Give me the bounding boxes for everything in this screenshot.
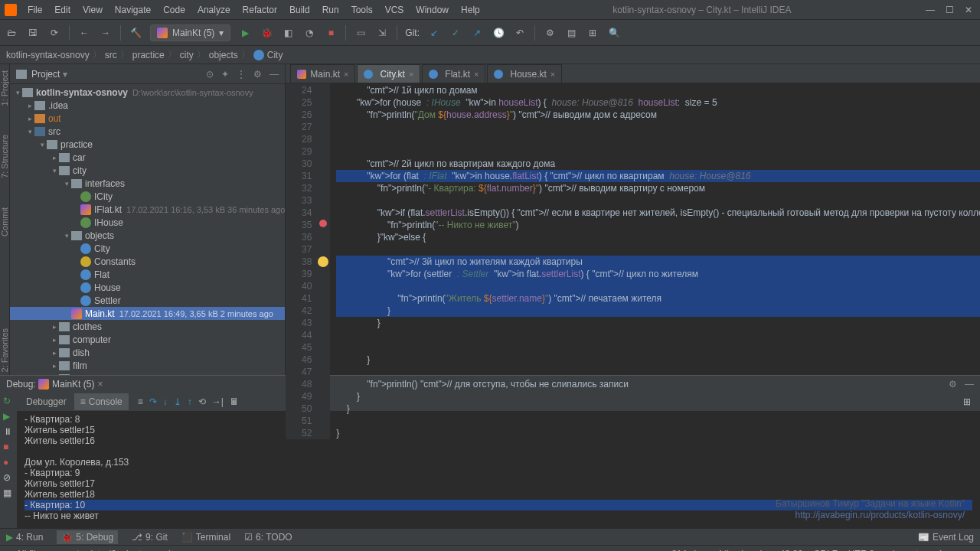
profile-icon[interactable]: ◔ <box>302 26 316 40</box>
tree-constants[interactable]: Constants <box>10 255 285 268</box>
crumb-1[interactable]: src <box>105 50 117 60</box>
menu-refactor[interactable]: Refactor <box>237 5 283 15</box>
tree-out[interactable]: ▸out <box>10 112 285 125</box>
tree-dish[interactable]: ▸dish <box>10 346 285 359</box>
status-pos[interactable]: 42:22 <box>780 549 803 552</box>
rerun-icon[interactable]: ↻ <box>3 396 14 406</box>
code-editor[interactable]: 2425262728293031323334353637383940414243… <box>286 83 980 439</box>
breakpoints-icon[interactable]: ● <box>3 457 14 468</box>
code-content[interactable]: "cmt">// 1й цикл по домам "kw">for (hous… <box>330 83 980 439</box>
tool-debug[interactable]: 🐞5: Debug <box>57 530 118 544</box>
structure-icon[interactable]: ▤ <box>564 26 578 40</box>
tool-terminal[interactable]: ⬛Terminal <box>181 532 230 543</box>
tab-console[interactable]: ≡Console <box>74 393 129 410</box>
tree-root[interactable]: ▾kotlin-syntax-osnovyD:\work\src\kotlin-… <box>10 86 285 99</box>
tool-favorites[interactable]: 2: Favorites <box>0 325 9 375</box>
maximize-icon[interactable]: ☐ <box>946 5 954 15</box>
tree-main[interactable]: Main.kt17.02.2021 16:49, 3,65 kB 2 minut… <box>10 307 285 320</box>
git-history-icon[interactable]: 🕓 <box>492 26 505 40</box>
git-commit-icon[interactable]: ✓ <box>449 26 462 40</box>
tree-practice[interactable]: ▾practice <box>10 138 285 151</box>
tree-car[interactable]: ▸car <box>10 151 285 164</box>
menu-help[interactable]: Help <box>455 5 486 15</box>
menu-navigate[interactable]: Navigate <box>109 5 157 15</box>
tab-main[interactable]: Main.kt× <box>290 64 355 83</box>
menu-build[interactable]: Build <box>283 5 316 15</box>
menu-analyze[interactable]: Analyze <box>191 5 237 15</box>
tree-src[interactable]: ▾src <box>10 125 285 138</box>
forward-icon[interactable]: → <box>99 26 113 40</box>
tool-commit[interactable]: Commit <box>0 204 9 240</box>
stop-icon[interactable]: ■ <box>3 442 14 452</box>
save-icon[interactable]: 🖫 <box>26 26 40 40</box>
status-branch[interactable]: ⎇ master <box>885 549 926 552</box>
search-icon[interactable]: 🔍 <box>607 26 621 40</box>
project-tree[interactable]: ▾kotlin-syntax-osnovyD:\work\src\kotlin-… <box>10 84 285 375</box>
close-icon[interactable]: × <box>474 70 479 79</box>
tree-settler[interactable]: Settler <box>10 294 285 307</box>
status-indent[interactable]: 4 spaces <box>937 549 974 552</box>
back-icon[interactable]: ← <box>77 26 91 40</box>
close-icon[interactable]: × <box>409 70 413 79</box>
layout-icon[interactable]: ▦ <box>3 487 14 498</box>
tree-city-class[interactable]: City <box>10 242 285 255</box>
project-header-label[interactable]: Project <box>31 69 60 80</box>
expand-icon[interactable]: ✦ <box>221 69 229 80</box>
minimize-icon[interactable]: — <box>926 5 935 15</box>
close-icon[interactable]: ✕ <box>965 5 972 15</box>
tree-interfaces[interactable]: ▾interfaces <box>10 177 285 190</box>
step-into-icon[interactable]: ↓ <box>163 396 168 407</box>
evaluate-icon[interactable]: 🖩 <box>230 396 239 407</box>
menu-file[interactable]: File <box>21 5 48 15</box>
run-config-select[interactable]: MainKt (5) ▾ <box>150 24 230 41</box>
tree-zadachi[interactable]: ▸kotlin.zadachi <box>10 372 285 375</box>
status-crlf[interactable]: CRLF <box>814 549 838 552</box>
menu-edit[interactable]: Edit <box>48 5 77 15</box>
crumb-0[interactable]: kotlin-syntax-osnovy <box>6 50 90 60</box>
close-icon[interactable]: × <box>97 379 103 390</box>
tool-todo[interactable]: ☑6: TODO <box>244 532 292 543</box>
sdk-icon[interactable]: ⊞ <box>586 26 599 40</box>
crumb-5[interactable]: City <box>267 50 283 60</box>
crumb-3[interactable]: city <box>180 50 194 60</box>
breakpoint-icon[interactable] <box>319 220 327 227</box>
debug-icon[interactable]: 🐞 <box>260 26 273 40</box>
step-over-icon[interactable]: ↷ <box>149 396 157 407</box>
gear-icon[interactable]: ⚙ <box>253 69 262 80</box>
step-out-icon[interactable]: ↑ <box>188 396 192 407</box>
collapse-icon[interactable]: ⋮ <box>237 69 246 80</box>
drop-frame-icon[interactable]: ⟲ <box>198 396 206 407</box>
tree-film[interactable]: ▸film <box>10 359 285 372</box>
git-push-icon[interactable]: ↗ <box>470 26 484 40</box>
chevron-down-icon[interactable]: ▾ <box>63 69 67 80</box>
force-step-icon[interactable]: ⤓ <box>174 396 181 407</box>
menu-vcs[interactable]: VCS <box>379 5 410 15</box>
menu-view[interactable]: View <box>77 5 109 15</box>
settings-icon[interactable]: ⚙ <box>543 26 557 40</box>
crumb-4[interactable]: objects <box>209 50 238 60</box>
status-enc[interactable]: UTF-8 <box>848 549 874 552</box>
tool-structure[interactable]: 7: Structure <box>0 132 9 181</box>
menu-window[interactable]: Window <box>410 5 455 15</box>
tab-debugger[interactable]: Debugger <box>20 393 73 410</box>
menu-code[interactable]: Code <box>157 5 191 15</box>
tree-city[interactable]: ▾city <box>10 164 285 177</box>
tree-clothes[interactable]: ▸clothes <box>10 320 285 333</box>
tool-git[interactable]: ⎇9: Git <box>132 532 168 543</box>
crumb-2[interactable]: practice <box>132 50 165 60</box>
pause-icon[interactable]: ⏸ <box>3 426 14 437</box>
tree-icity[interactable]: ICity <box>10 190 285 203</box>
sync-icon[interactable]: ⟳ <box>47 26 61 40</box>
threads-icon[interactable]: ≡ <box>138 396 143 407</box>
open-icon[interactable]: 🗁 <box>5 26 18 40</box>
tree-ihouse[interactable]: IHouse <box>10 216 285 229</box>
close-icon[interactable]: × <box>550 70 555 79</box>
tree-computer[interactable]: ▸computer <box>10 333 285 346</box>
run-to-cursor-icon[interactable]: →| <box>212 396 224 407</box>
close-icon[interactable]: × <box>344 70 348 79</box>
tab-city[interactable]: City.kt× <box>357 64 420 83</box>
build-icon[interactable]: 🔨 <box>129 26 142 40</box>
tab-flat[interactable]: Flat.kt× <box>422 64 485 83</box>
tool-eventlog[interactable]: 📰Event Log <box>918 532 974 543</box>
tool-run[interactable]: ▶4: Run <box>6 532 43 543</box>
